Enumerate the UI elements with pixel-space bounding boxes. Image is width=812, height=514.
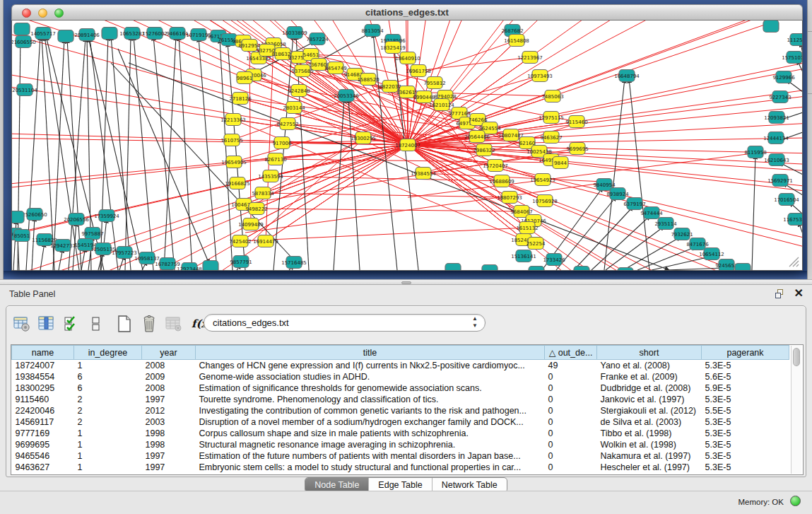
table-cell[interactable]: 6 [74,371,142,382]
graph-node[interactable]: 19654923 [530,174,555,186]
table-cell[interactable]: 9465546 [12,450,74,462]
table-cell[interactable]: 1 [74,428,142,439]
graph-node[interactable]: 8822037 [379,81,401,93]
graph-node[interactable]: 20053346 [334,90,359,102]
table-cell[interactable]: Disruption of a novel member of a sodium… [196,416,545,428]
column-header-pagerank[interactable]: pagerank [702,346,789,360]
column-header-in_degree[interactable]: in_degree [74,346,142,360]
table-cell[interactable]: 14569117 [12,416,74,428]
table-cell[interactable]: 1998 [142,428,196,439]
table-cell[interactable]: 1997 [142,462,196,473]
table-cell[interactable]: Jankovic et al. (1997) [597,394,702,405]
graph-node[interactable] [529,267,544,271]
table-cell[interactable]: 0 [545,450,597,462]
graph-node[interactable]: 9245652 [715,259,737,271]
graph-node[interactable]: 12213967 [517,52,543,64]
graph-node[interactable]: 9498222 [245,203,267,215]
graph-node[interactable]: 9227343 [769,91,791,103]
graph-node[interactable] [102,28,117,40]
graph-node[interactable]: 18300295 [351,132,376,144]
graph-node[interactable]: 10653287 [119,28,145,40]
table-settings-icon[interactable] [13,315,31,333]
graph-node[interactable] [203,261,218,271]
table-scrollbar[interactable] [791,346,801,474]
graph-node[interactable]: 19166825 [225,177,250,189]
graph-node[interactable]: 20891406 [74,29,100,41]
graph-node[interactable]: 7425402 [229,235,251,247]
graph-node[interactable]: 7955812 [423,77,445,89]
table-cell[interactable]: 18300295 [12,382,74,394]
table-cell[interactable]: 5.3E-5 [702,450,789,462]
table-cell[interactable]: Estimation of significance thresholds fo… [196,382,545,394]
graph-node[interactable]: 12923448 [177,263,202,271]
column-header-out_de[interactable]: △ out_de... [545,346,597,360]
new-table-icon[interactable] [115,315,134,333]
table-cell[interactable]: Stergiakouli et al. (2012) [597,405,702,416]
graph-node[interactable]: 9115460 [565,116,587,128]
rows-icon[interactable] [87,315,105,333]
graph-node[interactable]: 10973493 [527,70,553,82]
table-cell[interactable]: 2 [74,394,142,405]
table-cell[interactable]: Structural magnetic resonance image aver… [196,439,545,450]
graph-node[interactable] [574,267,589,271]
table-cell[interactable]: 22420046 [12,405,74,416]
window-titlebar[interactable]: citations_edges.txt [11,4,803,21]
graph-node[interactable]: 9990448 [413,91,435,103]
graph-node[interactable]: 8267130 [264,153,286,165]
table-cell[interactable]: Nakamura et al. (1997) [597,450,702,462]
table-cell[interactable]: 9777169 [12,428,74,439]
graph-node[interactable]: 19654905 [221,156,247,168]
graph-node[interactable]: 14353594 [258,170,283,182]
table-row[interactable]: 1872400712008Changes of HCN gene express… [12,360,789,371]
graph-node[interactable]: 9242848 [288,85,310,97]
column-header-short[interactable]: short [597,346,702,360]
node-attribute-table[interactable]: namein_degreeyeartitle△ out_de...shortpa… [11,345,789,473]
graph-node[interactable]: 9975887 [81,228,103,240]
table-cell[interactable]: Wolkin et al. (1998) [597,439,702,450]
table-cell[interactable]: Investigating the contribution of common… [196,405,545,416]
graph-node[interactable]: 12093821 [764,112,789,124]
table-cell[interactable]: 2 [74,416,142,428]
table-cell[interactable]: 2012 [142,405,196,416]
graph-node[interactable]: 8115958 [744,146,766,158]
tab-edge-table[interactable]: Edge Table [368,478,431,492]
table-cell[interactable]: 5.3E-5 [702,462,789,473]
graph-node[interactable]: 1588520 [357,74,379,86]
table-cell[interactable]: 0 [545,462,597,473]
table-row[interactable]: 1456911722003Disruption of a novel membe… [12,416,789,428]
memory-status-indicator[interactable] [790,496,801,506]
graph-node[interactable]: 15751074 [782,52,803,64]
graph-node[interactable]: 9129966 [772,71,795,83]
graph-node[interactable] [763,21,779,33]
table-cell[interactable]: Tourette syndrome. Phenomenology and cla… [196,394,545,405]
table-cell[interactable]: Franke et al. (2009) [597,371,702,382]
scrollbar-thumb[interactable] [793,348,800,366]
graph-node[interactable] [735,264,751,271]
graph-node[interactable]: 9375685 [291,65,313,77]
table-cell[interactable]: 0 [545,405,597,416]
graph-node[interactable] [445,264,461,271]
table-cell[interactable]: 1 [74,450,142,462]
close-panel-icon[interactable]: ✕ [794,287,804,300]
horizontal-splitter[interactable] [0,279,812,285]
graph-node[interactable]: 9699695 [566,143,588,155]
graph-node[interactable] [12,211,24,223]
table-row[interactable]: 946362711997Embryonic stem cells: a mode… [12,462,789,473]
graph-node[interactable]: 252254 [526,238,546,250]
graph-node[interactable]: 16961758 [406,65,431,77]
graph-node[interactable]: 8938924 [606,188,629,200]
canvas-resize-grip[interactable] [787,255,799,267]
graph-node[interactable]: 9474444 [640,207,663,219]
graph-node[interactable]: 2935114 [654,218,677,230]
table-cell[interactable]: 5.3E-5 [702,428,789,439]
table-cell[interactable]: 1997 [142,394,196,405]
table-cell[interactable]: 5.3E-5 [702,394,789,405]
graph-node[interactable]: 14055717 [30,28,56,40]
table-cell[interactable]: 6 [74,382,142,394]
graph-node[interactable]: 8813054 [361,25,384,37]
column-header-name[interactable]: name [12,346,74,360]
table-cell[interactable]: 19384554 [12,371,74,382]
table-cell[interactable]: 2009 [142,371,196,382]
table-cell[interactable]: Hescheler et al. (1997) [597,462,702,473]
table-cell[interactable]: 9699695 [12,439,74,450]
